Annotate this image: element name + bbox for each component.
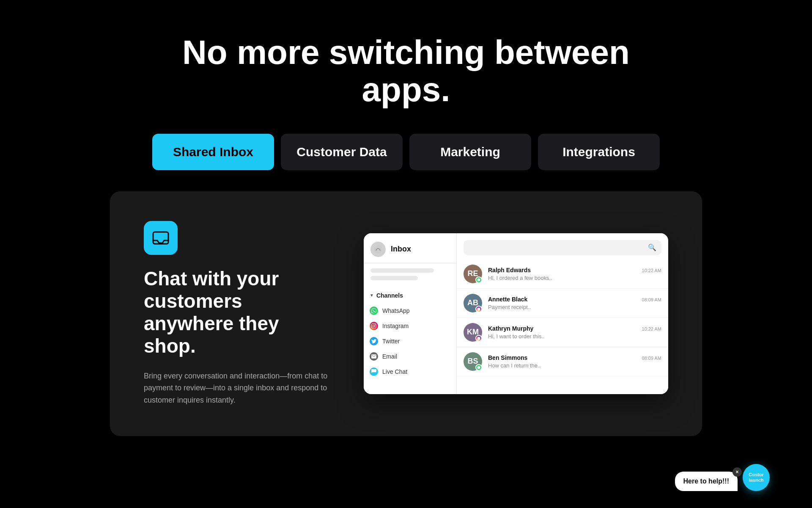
search-icon: 🔍 <box>648 243 656 251</box>
channels-section: ▼ Channels WhatsApp <box>364 285 456 384</box>
conversation-name: Ralph Edwards <box>488 267 531 273</box>
chat-bubble[interactable]: × Here to help!!! <box>675 472 738 491</box>
conversation-time: 10:22 AM <box>642 268 661 273</box>
svg-point-1 <box>374 245 382 254</box>
inbox-sidebar: Inbox ▼ Channels <box>364 233 457 394</box>
conversation-name-row: Ben Simmons 08:09 AM <box>488 354 661 361</box>
chat-launcher-label: Custorlaunch <box>749 472 763 483</box>
whatsapp-icon <box>370 306 378 315</box>
conversation-info: Kathryn Murphy 10:22 AM Hi, I want to or… <box>488 325 661 340</box>
chat-bubble-text: Here to help!!! <box>683 478 729 485</box>
conversation-preview: Payment receipt.. <box>488 304 661 310</box>
conversation-preview: Hi, I ordered a few books.. <box>488 275 661 281</box>
channel-badge-whatsapp <box>475 364 482 371</box>
channel-item-twitter[interactable]: Twitter <box>364 334 456 349</box>
search-bar[interactable]: 🔍 <box>464 240 661 255</box>
chat-widget: × Here to help!!! Custorlaunch <box>675 464 770 491</box>
channel-badge-instagram <box>475 306 482 312</box>
feature-card: Chat with your customers anywhere they s… <box>110 191 702 436</box>
channel-item-livechat[interactable]: Live Chat <box>364 364 456 379</box>
channels-header: ▼ Channels <box>364 290 456 303</box>
channel-badge-instagram <box>475 335 482 342</box>
conversation-item[interactable]: AB Annette Black 08:09 AM Payment recei <box>457 289 668 318</box>
conversation-name: Annette Black <box>488 296 527 303</box>
conversation-preview: Hi, I want to order this.. <box>488 333 661 340</box>
inbox-header: Inbox <box>364 233 456 263</box>
placeholder-lines <box>364 263 456 285</box>
avatar-wrapper: KM <box>464 323 482 342</box>
channel-label-whatsapp: WhatsApp <box>382 307 410 314</box>
placeholder-line <box>370 268 434 273</box>
channel-item-email[interactable]: Email <box>364 349 456 364</box>
conversation-info: Ralph Edwards 10:22 AM Hi, I ordered a f… <box>488 267 661 281</box>
conversation-name: Kathryn Murphy <box>488 325 533 332</box>
avatar-wrapper: BS <box>464 352 482 371</box>
channel-badge-whatsapp <box>475 276 482 283</box>
inbox-conversations: 🔍 RE Ralph Edwa <box>457 233 668 394</box>
conversation-info: Annette Black 08:09 AM Payment receipt.. <box>488 296 661 310</box>
placeholder-line <box>370 276 418 280</box>
inbox-mockup: Inbox ▼ Channels <box>364 233 668 394</box>
feature-description: Bring every conversation and interaction… <box>144 370 330 406</box>
channel-label-instagram: Instagram <box>382 323 409 329</box>
tab-marketing[interactable]: Marketing <box>409 134 531 170</box>
channel-label-email: Email <box>382 353 397 360</box>
avatar-wrapper: RE <box>464 265 482 283</box>
tab-customer-data[interactable]: Customer Data <box>281 134 403 170</box>
conversation-name-row: Ralph Edwards 10:22 AM <box>488 267 661 273</box>
conversation-name-row: Annette Black 08:09 AM <box>488 296 661 303</box>
conversation-name-row: Kathryn Murphy 10:22 AM <box>488 325 661 332</box>
svg-rect-0 <box>153 232 168 244</box>
channel-label-livechat: Live Chat <box>382 368 407 375</box>
chevron-down-icon: ▼ <box>370 293 374 298</box>
conversation-preview: How can I return the.. <box>488 362 661 369</box>
inbox-icon <box>151 229 170 247</box>
tab-integrations[interactable]: Integrations <box>538 134 660 170</box>
conversation-item[interactable]: RE Ralph Edwards 10:22 AM Hi, I ordered <box>457 260 668 289</box>
channel-item-instagram[interactable]: Instagram <box>364 318 456 334</box>
livechat-icon <box>370 367 378 376</box>
avatar-wrapper: AB <box>464 294 482 312</box>
feature-icon-box <box>144 221 178 255</box>
close-icon[interactable]: × <box>732 467 742 477</box>
inbox-title: Inbox <box>391 245 411 254</box>
conversation-item[interactable]: BS Ben Simmons 08:09 AM How can I retur <box>457 347 668 376</box>
chat-launcher-button[interactable]: Custorlaunch <box>743 464 770 491</box>
conversation-time: 10:22 AM <box>642 326 661 331</box>
feature-left: Chat with your customers anywhere they s… <box>144 221 330 406</box>
conversation-name: Ben Simmons <box>488 354 527 361</box>
inbox-logo-avatar <box>370 242 386 257</box>
instagram-icon <box>370 322 378 330</box>
conversation-info: Ben Simmons 08:09 AM How can I return th… <box>488 354 661 369</box>
channel-label-twitter: Twitter <box>382 338 400 345</box>
channel-item-whatsapp[interactable]: WhatsApp <box>364 303 456 318</box>
feature-title: Chat with your customers anywhere they s… <box>144 268 330 357</box>
conversation-time: 08:09 AM <box>642 356 661 361</box>
conversation-item[interactable]: KM Kathryn Murphy 10:22 AM Hi, I want t <box>457 318 668 347</box>
search-bar-row: 🔍 <box>457 233 668 260</box>
twitter-icon <box>370 337 378 345</box>
page-headline: No more switching between apps. <box>173 34 639 108</box>
conversation-time: 08:09 AM <box>642 297 661 302</box>
email-icon <box>370 352 378 361</box>
channels-label: Channels <box>376 292 403 299</box>
tab-shared-inbox[interactable]: Shared Inbox <box>152 134 274 170</box>
tab-bar: Shared Inbox Customer Data Marketing Int… <box>152 134 660 170</box>
